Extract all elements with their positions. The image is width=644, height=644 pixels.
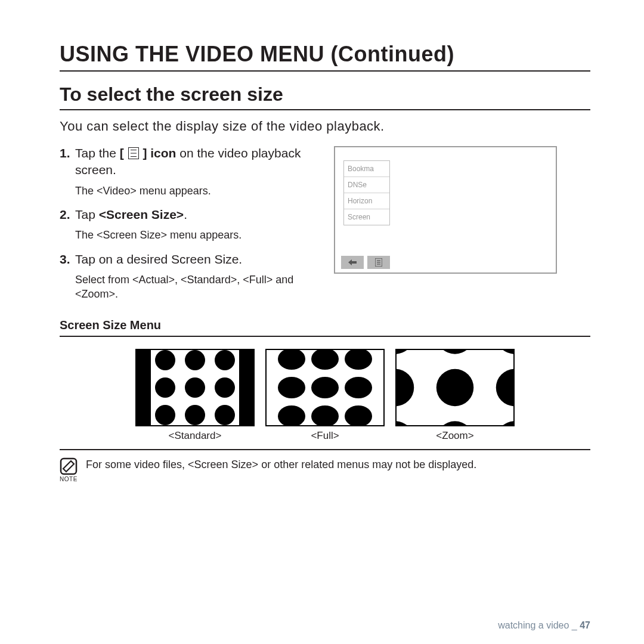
page-footer: watching a video _ 47 xyxy=(60,620,590,631)
step-2-pre: Tap xyxy=(75,208,99,221)
step-2-bold: <Screen Size> xyxy=(99,208,184,221)
menu-icon xyxy=(128,147,139,159)
note-text: For some video files, <Screen Size> or o… xyxy=(86,457,476,472)
section-subtitle: To select the screen size xyxy=(60,83,590,110)
step-1-pre: Tap the xyxy=(75,146,120,160)
footer-section: watching a video _ xyxy=(498,620,580,630)
step-1-num: 1. xyxy=(60,145,75,179)
menu-icon xyxy=(367,256,390,269)
thumb-full: <Full> xyxy=(265,349,385,442)
device-menu: Bookma DNSe Horizon Screen xyxy=(343,160,390,225)
note-icon: NOTE xyxy=(60,457,78,484)
steps-list: 1. Tap the [ ] icon on the video playbac… xyxy=(60,145,316,310)
thumb-zoom-frame xyxy=(395,349,515,426)
intro-text: You can select the display size of the v… xyxy=(60,119,590,134)
thumb-full-frame xyxy=(265,349,385,426)
device-menu-item: Bookma xyxy=(344,161,389,177)
step-3-sub: Select from <Actual>, <Standard>, <Full>… xyxy=(75,273,316,302)
device-menu-item: Screen xyxy=(344,209,389,225)
device-screenshot: Bookma DNSe Horizon Screen xyxy=(334,146,557,274)
thumb-standard-frame xyxy=(135,349,255,426)
step-2-sub: The <Screen Size> menu appears. xyxy=(75,228,316,242)
step-2-num: 2. xyxy=(60,206,75,223)
thumb-standard: <Standard> xyxy=(135,349,255,442)
step-3: 3. Tap on a desired Screen Size. xyxy=(60,251,316,268)
step-2-post: . xyxy=(184,208,187,221)
step-3-num: 3. xyxy=(60,251,75,268)
thumb-standard-label: <Standard> xyxy=(135,430,255,442)
footer-page: 47 xyxy=(580,620,590,630)
device-toolbar xyxy=(341,256,390,269)
svg-rect-4 xyxy=(61,459,76,474)
step-1: 1. Tap the [ ] icon on the video playbac… xyxy=(60,145,316,179)
step-2: 2. Tap <Screen Size>. xyxy=(60,206,316,223)
screen-size-thumbs: <Standard> <Full> <Zoom> xyxy=(60,344,590,444)
thumb-zoom-label: <Zoom> xyxy=(395,430,515,442)
back-icon xyxy=(341,256,364,269)
step-3-text: Tap on a desired Screen Size. xyxy=(75,251,242,268)
thumb-full-label: <Full> xyxy=(265,430,385,442)
step-1-sub: The <Video> menu appears. xyxy=(75,184,316,198)
thumb-zoom: <Zoom> xyxy=(395,349,515,442)
screen-size-menu-label: Screen Size Menu xyxy=(60,318,590,337)
device-menu-item: DNSe xyxy=(344,177,389,193)
page-title: USING THE VIDEO MENU (Continued) xyxy=(60,42,590,72)
note-label: NOTE xyxy=(60,475,78,484)
note-block: NOTE For some video files, <Screen Size>… xyxy=(60,457,590,484)
device-menu-item: Horizon xyxy=(344,193,389,209)
divider xyxy=(60,449,590,450)
